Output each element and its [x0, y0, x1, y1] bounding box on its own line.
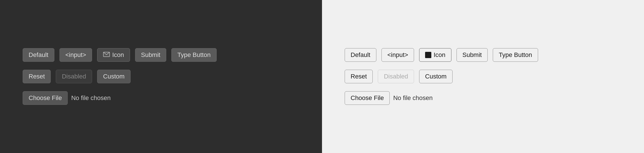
dark-choose-file-button[interactable]: Choose File [23, 91, 68, 105]
light-custom-button[interactable]: Custom [419, 70, 453, 83]
dark-file-no-chosen-text: No file chosen [71, 94, 110, 102]
light-panel: Default <input> Icon Submit Type Button … [322, 0, 644, 153]
light-input-button[interactable]: <input> [381, 48, 414, 62]
dark-icon-button[interactable]: Icon [97, 48, 130, 62]
light-file-no-chosen-text: No file chosen [393, 94, 432, 102]
dark-file-input-row: Choose File No file chosen [23, 91, 299, 105]
dark-icon-button-label: Icon [112, 51, 124, 59]
dark-row-2: Reset Disabled Custom [23, 70, 299, 83]
mail-icon [103, 51, 110, 59]
light-type-button[interactable]: Type Button [493, 48, 538, 62]
light-icon-button-label: Icon [434, 51, 445, 59]
dark-default-button[interactable]: Default [23, 48, 54, 62]
dark-submit-button[interactable]: Submit [135, 48, 166, 62]
light-choose-file-button[interactable]: Choose File [345, 91, 390, 105]
dark-row-1: Default <input> Icon Submit Type Button [23, 48, 299, 62]
light-row-2: Reset Disabled Custom [345, 70, 621, 83]
dark-reset-button[interactable]: Reset [23, 70, 51, 83]
light-reset-button[interactable]: Reset [345, 70, 373, 83]
dark-type-button[interactable]: Type Button [171, 48, 216, 62]
light-row-1: Default <input> Icon Submit Type Button [345, 48, 621, 62]
light-submit-button[interactable]: Submit [457, 48, 488, 62]
dark-input-button[interactable]: <input> [59, 48, 92, 62]
light-default-button[interactable]: Default [345, 48, 376, 62]
dark-disabled-button: Disabled [56, 70, 92, 83]
light-file-input-row: Choose File No file chosen [345, 91, 621, 105]
dark-custom-button[interactable]: Custom [97, 70, 131, 83]
light-icon-button[interactable]: Icon [419, 48, 451, 62]
dark-panel: Default <input> Icon Submit Type Button … [0, 0, 322, 153]
light-disabled-button: Disabled [378, 70, 414, 83]
square-icon [425, 52, 431, 58]
